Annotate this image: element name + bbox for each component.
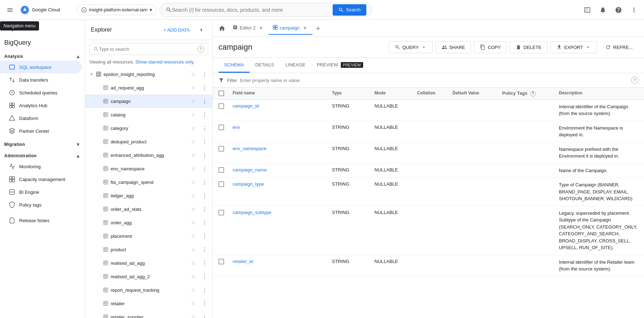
tab-editor2-close[interactable]: ✕ bbox=[258, 25, 264, 31]
table-star[interactable]: ☆ bbox=[188, 272, 198, 281]
table-star[interactable]: ☆ bbox=[188, 258, 198, 268]
sidebar-item-dataform[interactable]: Dataform bbox=[0, 112, 82, 125]
sidebar-item-partner-center[interactable]: Partner Center bbox=[0, 125, 82, 137]
table-more[interactable]: ⋮ bbox=[200, 150, 210, 160]
sidebar-item-policy-tags[interactable]: Policy tags bbox=[0, 198, 82, 211]
table-more[interactable]: ⋮ bbox=[200, 218, 210, 227]
dataset-star[interactable]: ☆ bbox=[188, 69, 198, 79]
tab-campaign-close[interactable]: ✕ bbox=[302, 25, 308, 31]
table-more[interactable]: ⋮ bbox=[200, 123, 210, 133]
table-more[interactable]: ⋮ bbox=[200, 298, 210, 308]
table-row[interactable]: order_agg ☆ ⋮ bbox=[85, 216, 212, 229]
row-checkbox[interactable] bbox=[218, 103, 224, 109]
table-more[interactable]: ⋮ bbox=[200, 204, 210, 214]
table-star[interactable]: ☆ bbox=[188, 231, 198, 241]
share-button[interactable]: SHARE bbox=[435, 41, 471, 53]
sidebar-item-sql-workspace[interactable]: SQL workspace bbox=[0, 61, 82, 73]
tab-editor2[interactable]: Editor 2 ✕ bbox=[228, 22, 268, 35]
row-checkbox[interactable] bbox=[218, 125, 224, 130]
table-star[interactable]: ☆ bbox=[188, 150, 198, 160]
tab-campaign[interactable]: campaign ✕ bbox=[268, 22, 312, 35]
table-star[interactable]: ☆ bbox=[188, 191, 198, 201]
table-more[interactable]: ⋮ bbox=[200, 312, 210, 318]
table-star[interactable]: ☆ bbox=[188, 285, 198, 295]
help-button[interactable] bbox=[611, 3, 626, 17]
table-row[interactable]: catalog ☆ ⋮ bbox=[85, 108, 212, 121]
table-star[interactable]: ☆ bbox=[188, 177, 198, 187]
table-more[interactable]: ⋮ bbox=[200, 164, 210, 174]
field-name-cell[interactable]: campaign_subtype bbox=[233, 210, 332, 215]
sidebar-item-data-transfers[interactable]: Data transfers bbox=[0, 73, 82, 86]
table-row[interactable]: product ☆ ⋮ bbox=[85, 243, 212, 256]
table-row[interactable]: report_request_tracking ☆ ⋮ bbox=[85, 283, 212, 297]
table-star[interactable]: ☆ bbox=[188, 204, 198, 214]
query-button[interactable]: QUERY bbox=[389, 41, 433, 53]
schema-tab-preview[interactable]: PREVIEW PREVIEW bbox=[311, 58, 368, 73]
table-more[interactable]: ⋮ bbox=[200, 272, 210, 281]
tab-add-button[interactable]: ＋ bbox=[312, 23, 324, 34]
more-button[interactable] bbox=[627, 3, 641, 17]
explorer-collapse-button[interactable] bbox=[195, 24, 207, 35]
field-name-cell[interactable]: env bbox=[233, 125, 332, 130]
table-row[interactable]: deduped_product ☆ ⋮ bbox=[85, 135, 212, 148]
table-star[interactable]: ☆ bbox=[188, 245, 198, 254]
project-selector[interactable]: insight-platform-external-iam ▾ bbox=[77, 5, 157, 15]
administration-section-header[interactable]: Administration ▲ bbox=[0, 150, 85, 160]
table-star[interactable]: ☆ bbox=[188, 218, 198, 227]
schema-tab-details[interactable]: DETAILS bbox=[250, 58, 280, 73]
search-button[interactable]: Search bbox=[333, 4, 366, 16]
filter-input[interactable] bbox=[240, 78, 628, 83]
table-more[interactable]: ⋮ bbox=[200, 191, 210, 201]
table-star[interactable]: ☆ bbox=[188, 312, 198, 318]
table-more[interactable]: ⋮ bbox=[200, 231, 210, 241]
policy-tags-help[interactable]: ? bbox=[530, 91, 536, 97]
dataset-row[interactable]: epsilon_insight_reporting ☆ ⋮ bbox=[85, 67, 212, 81]
analysis-section-header[interactable]: Analysis ▲ bbox=[0, 51, 85, 61]
table-row[interactable]: enhanced_attribution_agg ☆ ⋮ bbox=[85, 148, 212, 162]
row-checkbox[interactable] bbox=[218, 181, 224, 187]
table-more[interactable]: ⋮ bbox=[200, 245, 210, 254]
dataset-toggle[interactable] bbox=[88, 71, 95, 77]
row-checkbox[interactable] bbox=[218, 259, 224, 264]
table-row[interactable]: realised_ad_agg_2 ☆ ⋮ bbox=[85, 270, 212, 283]
starred-resources-link[interactable]: Show starred resources only. bbox=[135, 59, 195, 65]
table-row[interactable]: ledger_agg ☆ ⋮ bbox=[85, 189, 212, 202]
table-row[interactable]: placement ☆ ⋮ bbox=[85, 229, 212, 243]
export-button[interactable]: EXPORT bbox=[550, 41, 597, 53]
field-name-cell[interactable]: env_namespace bbox=[233, 146, 332, 151]
add-data-button[interactable]: + ADD DATA bbox=[161, 25, 193, 35]
dataset-more[interactable]: ⋮ bbox=[200, 69, 210, 79]
filter-help-icon[interactable]: ? bbox=[631, 77, 638, 84]
field-name-cell[interactable]: campaign_type bbox=[233, 181, 332, 187]
table-more[interactable]: ⋮ bbox=[200, 258, 210, 268]
table-row[interactable]: fta_campaign_spend ☆ ⋮ bbox=[85, 175, 212, 189]
copy-button[interactable]: COPY bbox=[474, 41, 507, 53]
table-row[interactable]: category ☆ ⋮ bbox=[85, 121, 212, 135]
table-star[interactable]: ☆ bbox=[188, 83, 198, 93]
table-row[interactable]: order_ad_stats ☆ ⋮ bbox=[85, 202, 212, 216]
select-all-checkbox[interactable] bbox=[218, 91, 224, 96]
table-star[interactable]: ☆ bbox=[188, 137, 198, 147]
table-row[interactable]: retailer_supplier ☆ ⋮ bbox=[85, 310, 212, 318]
table-row[interactable]: realised_ad_agg ☆ ⋮ bbox=[85, 256, 212, 270]
table-more[interactable]: ⋮ bbox=[200, 96, 210, 106]
row-checkbox[interactable] bbox=[218, 146, 224, 152]
table-more[interactable]: ⋮ bbox=[200, 137, 210, 147]
explorer-search-input[interactable] bbox=[99, 46, 197, 52]
field-name-cell[interactable]: campaign_id bbox=[233, 103, 332, 109]
hamburger-button[interactable] bbox=[3, 3, 17, 17]
migration-section-header[interactable]: Migration ▼ bbox=[0, 139, 85, 149]
sidebar-item-release-notes[interactable]: Release Notes bbox=[0, 214, 82, 227]
sidebar-item-analytics-hub[interactable]: Analytics Hub bbox=[0, 99, 82, 112]
table-star[interactable]: ☆ bbox=[188, 110, 198, 120]
schema-tab-schema[interactable]: SCHEMA bbox=[218, 58, 250, 73]
sidebar-item-bi-engine[interactable]: BI Engine bbox=[0, 186, 82, 198]
table-star[interactable]: ☆ bbox=[188, 164, 198, 174]
tab-home[interactable] bbox=[216, 22, 228, 35]
table-row[interactable]: retailer ☆ ⋮ bbox=[85, 297, 212, 310]
table-more[interactable]: ⋮ bbox=[200, 177, 210, 187]
schema-tab-lineage[interactable]: LINEAGE bbox=[280, 58, 311, 73]
search-input[interactable] bbox=[172, 7, 333, 13]
table-more[interactable]: ⋮ bbox=[200, 110, 210, 120]
terminal-button[interactable] bbox=[580, 3, 594, 17]
